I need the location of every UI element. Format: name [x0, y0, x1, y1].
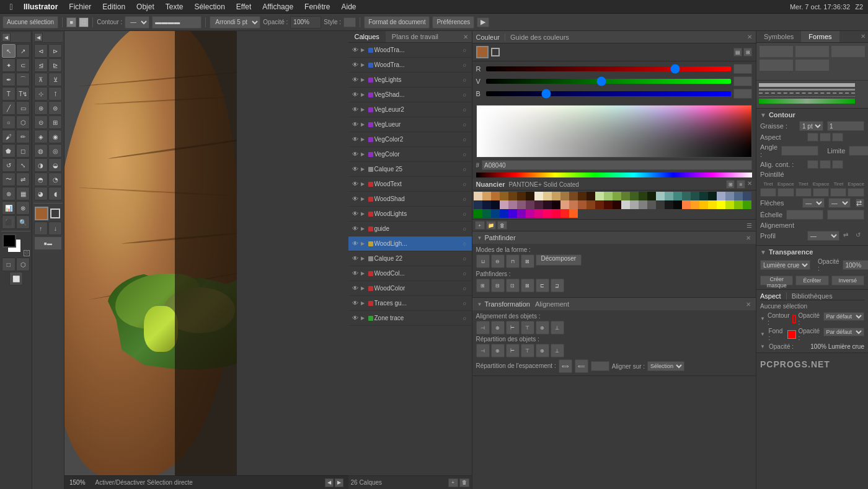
layer-lock-18[interactable]: ○ [461, 315, 469, 321]
nuancier-color-swatch[interactable] [621, 192, 630, 200]
nuancier-grid-view[interactable]: ⊞ [726, 180, 735, 189]
statusbar-left[interactable]: ◀ [325, 478, 334, 487]
layer-expand-4[interactable]: ▶ [361, 107, 367, 112]
aspect-contour-color[interactable] [792, 315, 796, 323]
nuancier-color-swatch[interactable] [595, 192, 604, 200]
tool-zoom[interactable]: 🔍 [16, 215, 30, 229]
pathfinder-header[interactable]: ▼ Pathfinder ✕ [472, 231, 756, 244]
layer-visibility-10[interactable]: 👁 [351, 195, 360, 204]
nuancier-color-swatch[interactable] [560, 209, 569, 218]
tiret3-input[interactable] [830, 188, 846, 197]
layer-expand-11[interactable]: ▶ [361, 211, 367, 217]
ecreter-btn[interactable]: Écrêter [795, 276, 828, 285]
echelle-input2[interactable] [827, 210, 864, 220]
dist-top[interactable]: ⊤ [521, 344, 534, 357]
nuancier-color-swatch[interactable] [699, 192, 708, 200]
nuancier-color-swatch[interactable] [482, 192, 491, 200]
nuancier-color-swatch[interactable] [500, 192, 508, 200]
trans-expand[interactable]: ▼ [760, 249, 766, 256]
nuancier-color-swatch[interactable] [587, 192, 595, 200]
tool-type[interactable]: T [2, 87, 16, 101]
layer-visibility-17[interactable]: 👁 [351, 299, 360, 308]
sec-tool-16[interactable]: ◎ [48, 144, 62, 158]
sec-tool-13[interactable]: ◈ [34, 130, 48, 143]
nuancier-color-swatch[interactable] [482, 200, 491, 209]
layer-visibility-12[interactable]: 👁 [351, 225, 360, 233]
tool-pen[interactable]: ✒ [2, 73, 16, 86]
tool-rect[interactable]: ▭ [16, 101, 30, 115]
layer-lock-1[interactable]: ○ [461, 62, 469, 68]
nuancier-color-swatch[interactable] [656, 192, 665, 200]
layer-lock-7[interactable]: ○ [461, 151, 469, 158]
layer-lock-12[interactable]: ○ [461, 226, 469, 232]
nuancier-color-swatch[interactable] [578, 200, 587, 209]
layer-row[interactable]: 👁 ▶ WoodShad ○ [348, 192, 472, 207]
sec-tool-20[interactable]: ◔ [48, 173, 62, 186]
aspect-fond-select[interactable]: Par défaut [823, 328, 865, 336]
tool-select[interactable]: ↖ [2, 44, 16, 58]
sec-gradient[interactable]: ■▬ [35, 237, 61, 249]
nuancier-color-swatch[interactable] [526, 192, 534, 200]
forme-5[interactable] [795, 59, 830, 71]
nuancier-color-swatch[interactable] [682, 200, 691, 209]
nuancier-color-swatch[interactable] [743, 192, 751, 200]
trim-btn[interactable]: ⊟ [491, 279, 505, 292]
nuancier-color-swatch[interactable] [569, 209, 578, 218]
nuancier-color-swatch[interactable] [560, 200, 569, 209]
outline-btn[interactable]: ⊏ [536, 279, 549, 292]
tool-draw-mode[interactable]: ⬡ [16, 258, 30, 271]
b-slider[interactable] [486, 91, 732, 96]
no-fill[interactable]: ∅ [24, 250, 30, 256]
layers-close[interactable]: ✕ [462, 33, 469, 40]
tool-curvature[interactable]: ⌒ [16, 73, 30, 86]
nuancier-color-swatch[interactable] [621, 200, 630, 209]
statusbar-right[interactable]: ▶ [335, 478, 343, 487]
nuancier-color-swatch[interactable] [587, 200, 595, 209]
dist-hcenter[interactable]: ⊕ [491, 344, 505, 357]
aspect-fond-color[interactable] [787, 330, 795, 339]
nuancier-color-swatch[interactable] [569, 192, 578, 200]
preferences-btn[interactable]: Préférences [432, 16, 474, 29]
tiret2-input[interactable] [795, 188, 812, 197]
layer-row[interactable]: 👁 ▶ VegShad... ○ [348, 87, 472, 102]
layer-expand-12[interactable]: ▶ [361, 226, 367, 231]
nuancier-color-swatch[interactable] [578, 192, 587, 200]
nuancier-color-swatch[interactable] [508, 200, 517, 209]
sec-tool-10[interactable]: ⊜ [48, 101, 62, 115]
b-value[interactable] [733, 89, 752, 99]
layer-lock-13[interactable]: ○ [461, 241, 469, 247]
minus-front-btn[interactable]: ⊖ [491, 254, 505, 268]
nuancier-color-swatch[interactable] [508, 209, 517, 218]
tool-blend[interactable]: ⇌ [16, 173, 30, 186]
nuancier-color-swatch[interactable] [604, 192, 613, 200]
layer-expand-10[interactable]: ▶ [361, 196, 367, 202]
aligner-sur-select[interactable]: Sélection [647, 361, 684, 371]
menu-fenetre[interactable]: Fenêtre [299, 1, 335, 12]
dist-v-equal[interactable]: ⟸ [575, 359, 588, 373]
butt-btn[interactable] [807, 133, 818, 141]
menu-selection[interactable]: Sélection [189, 1, 229, 12]
align-right[interactable]: ⊢ [506, 321, 520, 334]
nuancier-color-swatch[interactable] [665, 200, 673, 209]
nuancier-color-swatch[interactable] [474, 200, 482, 209]
nuancier-color-swatch[interactable] [673, 200, 682, 209]
intersect-btn[interactable]: ⊓ [506, 254, 520, 268]
nuancier-color-swatch[interactable] [552, 192, 560, 200]
tool-shaper[interactable]: ⬟ [2, 144, 16, 158]
sec-tool-8[interactable]: ⊺ [48, 87, 62, 101]
layer-row[interactable]: 👁 ▶ WoodLigh... ○ [348, 236, 472, 251]
tool-ellipse[interactable]: ○ [2, 115, 16, 129]
tab-guide-couleurs[interactable]: Guide des couleurs [505, 34, 569, 41]
layer-row[interactable]: 👁 ▶ Calque 25 ○ [348, 162, 472, 177]
nuancier-color-swatch[interactable] [717, 200, 725, 209]
layer-expand-9[interactable]: ▶ [361, 181, 367, 187]
nuancier-color-swatch[interactable] [613, 192, 621, 200]
nuancier-color-swatch[interactable] [630, 200, 639, 209]
sec-tool-7[interactable]: ⊹ [34, 87, 48, 101]
align-header[interactable]: ▼ Transformation Alignement ✕ [472, 298, 756, 310]
nuancier-color-swatch[interactable] [517, 209, 526, 218]
tool-direct-select[interactable]: ↗ [16, 44, 30, 58]
nuancier-color-swatch[interactable] [552, 209, 560, 218]
layer-expand-0[interactable]: ▶ [361, 47, 367, 53]
nuancier-color-swatch[interactable] [673, 192, 682, 200]
